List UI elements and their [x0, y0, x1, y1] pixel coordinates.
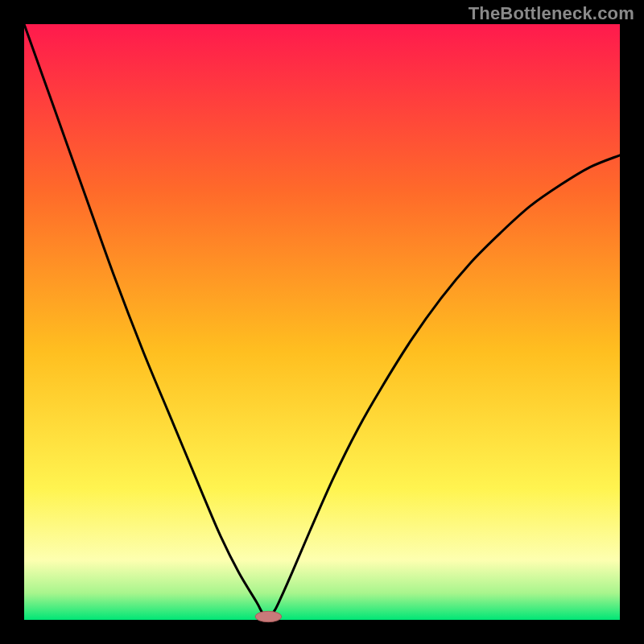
chart-svg — [0, 0, 644, 644]
plot-area — [24, 24, 620, 620]
watermark-text: TheBottleneck.com — [469, 3, 634, 24]
bottleneck-chart: TheBottleneck.com — [0, 0, 644, 644]
optimum-marker — [255, 611, 282, 621]
